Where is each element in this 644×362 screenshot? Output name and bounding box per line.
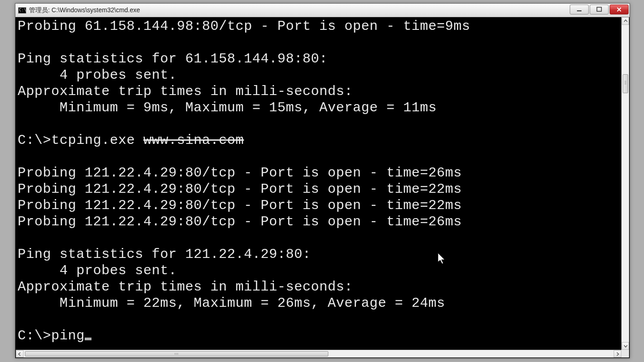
- vertical-scroll-thumb[interactable]: [623, 74, 628, 93]
- scroll-down-arrow[interactable]: [622, 342, 629, 350]
- maximize-button[interactable]: [590, 5, 609, 14]
- scroll-up-arrow[interactable]: [622, 17, 629, 25]
- terminal-line: Minimum = 9ms, Maximum = 15ms, Average =…: [18, 100, 620, 116]
- terminal-line: Probing 121.22.4.29:80/tcp - Port is ope…: [18, 197, 620, 214]
- terminal-viewport[interactable]: Probing 61.158.144.98:80/tcp - Port is o…: [16, 17, 621, 350]
- chevron-up-icon: [624, 19, 628, 23]
- vertical-scrollbar[interactable]: [621, 17, 629, 350]
- cmd-window: C:\ 管理员: C:\Windows\system32\cmd.exe Pro…: [15, 3, 630, 358]
- window-controls: [570, 5, 629, 14]
- text-cursor: [85, 338, 91, 340]
- minimize-button[interactable]: [570, 5, 589, 14]
- maximize-icon: [596, 7, 602, 12]
- terminal-line: C:\>ping: [18, 328, 620, 344]
- close-icon: [616, 7, 622, 12]
- terminal-line: 4 probes sent.: [18, 262, 620, 279]
- terminal-line: [18, 148, 620, 165]
- terminal-line: [18, 230, 620, 246]
- terminal-line: Ping statistics for 121.22.4.29:80:: [18, 246, 620, 262]
- cmd-icon: C:\: [18, 7, 26, 14]
- terminal-line: [18, 34, 620, 51]
- terminal-line: Minimum = 22ms, Maximum = 26ms, Average …: [18, 295, 620, 311]
- terminal-line: [18, 311, 620, 328]
- close-button[interactable]: [610, 5, 629, 14]
- terminal-line: Probing 121.22.4.29:80/tcp - Port is ope…: [18, 214, 620, 230]
- scroll-right-arrow[interactable]: [614, 350, 621, 357]
- terminal-line: Approximate trip times in milli-seconds:: [18, 279, 620, 295]
- terminal-line: Approximate trip times in milli-seconds:: [18, 83, 620, 100]
- terminal-output: Probing 61.158.144.98:80/tcp - Port is o…: [16, 17, 621, 345]
- scrollbar-corner: [621, 350, 629, 357]
- window-title: 管理员: C:\Windows\system32\cmd.exe: [29, 6, 140, 14]
- terminal-line: 4 probes sent.: [18, 67, 620, 83]
- minimize-icon: [577, 7, 582, 12]
- redacted-hostname: www.sina.com: [144, 133, 244, 148]
- chevron-left-icon: [18, 352, 22, 356]
- titlebar[interactable]: C:\ 管理员: C:\Windows\system32\cmd.exe: [15, 4, 630, 17]
- terminal-line: Probing 121.22.4.29:80/tcp - Port is ope…: [18, 165, 620, 181]
- terminal-line: Probing 61.158.144.98:80/tcp - Port is o…: [18, 18, 620, 34]
- svg-rect-1: [597, 7, 601, 11]
- scroll-left-arrow[interactable]: [16, 350, 24, 357]
- horizontal-scroll-thumb[interactable]: [25, 351, 328, 357]
- terminal-line: [18, 116, 620, 132]
- svg-rect-0: [577, 10, 582, 11]
- terminal-line: Probing 121.22.4.29:80/tcp - Port is ope…: [18, 181, 620, 197]
- chevron-down-icon: [624, 344, 628, 348]
- terminal-line: C:\>tcping.exe www.sina.com: [18, 132, 620, 148]
- terminal-line: Ping statistics for 61.158.144.98:80:: [18, 51, 620, 67]
- horizontal-scrollbar[interactable]: [16, 350, 621, 357]
- chevron-right-icon: [615, 352, 620, 356]
